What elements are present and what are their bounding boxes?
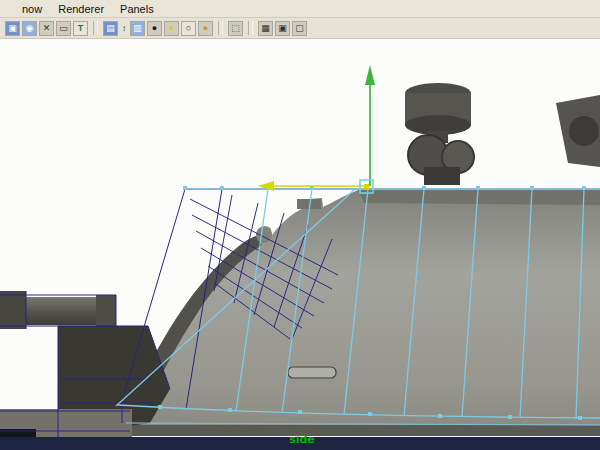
single-pane-icon[interactable]: ▤	[103, 21, 118, 36]
toolbar-separator	[218, 21, 223, 35]
two-pane-icon[interactable]: ▥	[130, 21, 145, 36]
pane-arrows-icon[interactable]: ↕	[120, 21, 128, 36]
menu-renderer[interactable]: Renderer	[50, 2, 112, 16]
maya-window: now Renderer Panels ▣ ◉ ✕ ▭ T ▤ ↕ ▥ ● ● …	[0, 0, 600, 450]
menu-panels[interactable]: Panels	[112, 2, 162, 16]
textured-sphere-icon[interactable]: ●	[198, 21, 213, 36]
viewport-camera-label: side	[289, 433, 315, 446]
panel-toolbar: ▣ ◉ ✕ ▭ T ▤ ↕ ▥ ● ● ○ ● ⬚ ▦ ▣ ▢	[0, 18, 600, 39]
shaded-sphere-icon[interactable]: ●	[147, 21, 162, 36]
isolate-select-icon[interactable]: ⬚	[228, 21, 243, 36]
camera-select-icon[interactable]: ◉	[22, 21, 37, 36]
field-chart-icon[interactable]: T	[73, 21, 88, 36]
viewport-canvas: side	[0, 39, 600, 450]
panel-menu-bar: now Renderer Panels	[0, 0, 600, 18]
no-gate-icon[interactable]: ✕	[39, 21, 54, 36]
menu-show-partial[interactable]: now	[14, 2, 50, 16]
film-gate-icon[interactable]: ▭	[56, 21, 71, 36]
panel-pin-icon[interactable]: ▣	[5, 21, 20, 36]
toolbar-separator	[93, 21, 98, 35]
gate-mask-icon[interactable]: ▣	[275, 21, 290, 36]
toolbar-separator	[248, 21, 253, 35]
default-light-icon[interactable]: ●	[164, 21, 179, 36]
flat-shade-icon[interactable]: ○	[181, 21, 196, 36]
side-viewport[interactable]: side	[0, 39, 600, 450]
resolution-gate-icon[interactable]: ▢	[292, 21, 307, 36]
grid-toggle-icon[interactable]: ▦	[258, 21, 273, 36]
